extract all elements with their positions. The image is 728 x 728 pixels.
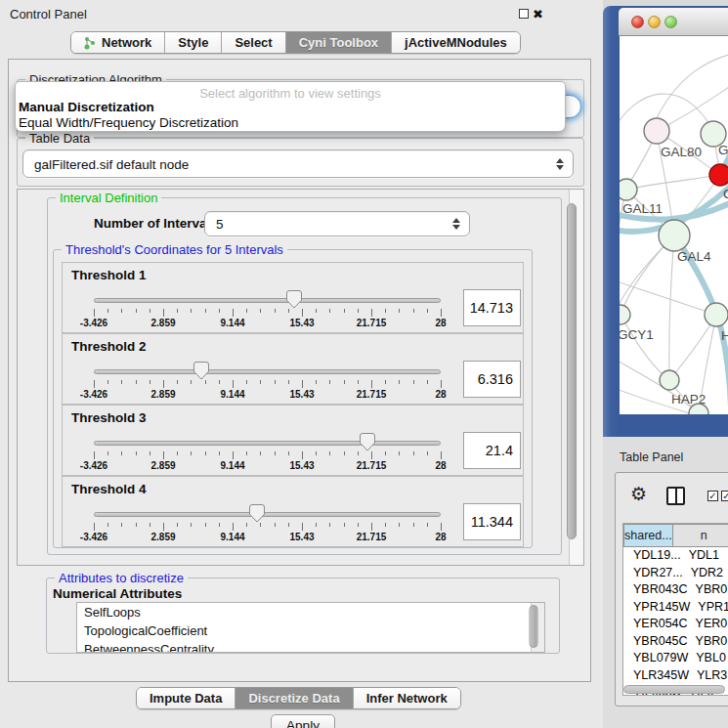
table-row[interactable]: YDR27...YDR2	[623, 565, 728, 582]
table-row[interactable]: YPR145WYPR1	[623, 599, 728, 617]
threshold-label: Threshold 2	[71, 339, 147, 354]
threshold-slider[interactable]: -3.4262.8599.14415.4321.71528	[94, 292, 441, 331]
tick-mark	[275, 380, 276, 384]
checkbox-icon[interactable]: ✓	[721, 491, 728, 501]
tick-label: 15.43	[289, 532, 314, 542]
threshold-value-field[interactable]: 14.713	[463, 289, 521, 326]
network-icon	[84, 36, 97, 50]
network-nodes: GAL80GAGAL11CGAL4GCY1HHAP2	[620, 118, 728, 414]
threshold-value-field[interactable]: 21.4	[463, 432, 521, 469]
tick-label: 28	[435, 318, 446, 328]
slider-track[interactable]	[94, 298, 441, 303]
tick-mark	[163, 451, 164, 459]
tab-network[interactable]: Network	[71, 32, 165, 53]
attribute-item[interactable]: BetweennessCentrality	[77, 640, 544, 653]
attribute-item[interactable]: TopologicalCoefficient	[77, 621, 544, 640]
table-row[interactable]: YBL079WYBL0	[623, 650, 728, 667]
network-node[interactable]	[644, 118, 669, 144]
gear-icon[interactable]: ⚙	[630, 485, 647, 503]
apply-button[interactable]: Apply	[271, 714, 335, 728]
table-cell: YLR345W	[623, 667, 689, 685]
network-node[interactable]	[660, 370, 679, 390]
tab-select[interactable]: Select	[222, 32, 285, 53]
algorithm-option[interactable]: Equal Width/Frequency Discretization	[19, 115, 238, 130]
node-label: GAL4	[677, 249, 711, 264]
column-header[interactable]: shared...	[623, 524, 673, 547]
tick-mark	[191, 451, 192, 455]
table-row[interactable]: YER054CYER0	[623, 616, 728, 633]
node-label: GAL80	[661, 145, 702, 159]
tab-infer-network[interactable]: Infer Network	[354, 688, 460, 708]
tab-impute-data[interactable]: Impute Data	[137, 688, 236, 708]
tick-mark	[385, 523, 386, 527]
vertical-scrollbar[interactable]	[569, 190, 583, 565]
number-of-intervals-value: 5	[216, 217, 224, 232]
threshold-slider[interactable]: -3.4262.8599.14415.4321.71528	[94, 506, 441, 545]
tick-mark	[275, 309, 276, 313]
threshold-value-field[interactable]: 6.316	[463, 361, 521, 398]
threshold-value-field[interactable]: 11.344	[463, 503, 521, 540]
slider-thumb[interactable]	[249, 504, 265, 523]
zoom-traffic-light-icon[interactable]	[664, 16, 677, 28]
table-row[interactable]: YBR045CYBR0	[623, 633, 728, 651]
slider-thumb[interactable]	[360, 433, 375, 451]
network-node[interactable]	[620, 305, 630, 324]
checkbox-icon[interactable]: ✓	[707, 491, 718, 501]
threshold-slider[interactable]: -3.4262.8599.14415.4321.71528	[94, 364, 441, 403]
tick-mark	[427, 523, 428, 527]
table-row[interactable]: YLR345WYLR3	[623, 667, 728, 685]
slider-track[interactable]	[94, 369, 441, 374]
column-header[interactable]: n	[673, 524, 728, 547]
tick-mark	[329, 380, 330, 384]
tick-label: 21.715	[357, 389, 387, 400]
slider-track[interactable]	[94, 441, 441, 446]
tick-mark	[107, 309, 108, 313]
network-view-window: GAL80GAGAL11CGAL4GCY1HHAP2	[603, 6, 728, 437]
tick-mark	[427, 380, 428, 384]
tick-label: 2.859	[150, 532, 175, 542]
table-cell: YDL19...	[623, 547, 681, 565]
slider-track[interactable]	[94, 512, 441, 517]
tab-style[interactable]: Style	[165, 32, 222, 53]
split-columns-icon[interactable]	[666, 487, 685, 505]
threshold-slider[interactable]: -3.4262.8599.14415.4321.71528	[94, 435, 441, 474]
tick-mark	[358, 523, 359, 527]
close-icon[interactable]: ✖	[533, 9, 543, 21]
list-scrollbar[interactable]	[531, 603, 544, 652]
number-of-intervals-combobox[interactable]: 5	[204, 211, 470, 236]
close-traffic-light-icon[interactable]	[631, 16, 644, 28]
tab-discretize-data[interactable]: Discretize Data	[236, 688, 353, 708]
horizontal-scrollbar[interactable]	[623, 685, 725, 694]
tick-label: -3.426	[80, 318, 107, 328]
node-table[interactable]: shared...n YDL19...YDL1YDR27...YDR2YBR04…	[622, 523, 728, 696]
float-window-icon[interactable]	[519, 9, 529, 19]
network-node[interactable]	[705, 303, 728, 326]
algorithm-option[interactable]: Manual Discretization	[19, 100, 154, 114]
tick-mark	[94, 309, 95, 317]
minimize-traffic-light-icon[interactable]	[648, 16, 661, 28]
attribute-item[interactable]: SelfLoops	[77, 603, 544, 621]
network-node[interactable]	[659, 220, 690, 251]
tab-jactivemnodules[interactable]: jActiveMNodules	[392, 32, 520, 53]
tick-mark	[399, 523, 400, 527]
network-node[interactable]	[620, 179, 637, 200]
tick-mark	[371, 309, 372, 317]
tick-label: 28	[435, 460, 446, 471]
network-node[interactable]	[709, 164, 728, 186]
table-row[interactable]: YDL19...YDL1	[623, 547, 728, 565]
tab-cyni-toolbox[interactable]: Cyni Toolbox	[286, 32, 392, 53]
tick-mark	[219, 380, 220, 384]
table-row[interactable]: YBR043CYBR0	[623, 581, 728, 599]
scrollbar-thumb[interactable]	[567, 203, 577, 539]
slider-thumb[interactable]	[286, 290, 302, 309]
list-scrollbar-thumb[interactable]	[530, 605, 538, 648]
table-data-combobox[interactable]: galFiltered.sif default node	[22, 150, 574, 178]
tick-label: 21.715	[357, 460, 387, 471]
network-canvas[interactable]: GAL80GAGAL11CGAL4GCY1HHAP2	[620, 36, 728, 414]
tick-mark	[441, 523, 442, 531]
tick-label: 21.715	[357, 318, 387, 328]
tick-mark	[288, 451, 289, 455]
tick-mark	[344, 309, 345, 313]
numerical-attributes-list[interactable]: SelfLoopsTopologicalCoefficientBetweenne…	[76, 602, 545, 653]
slider-thumb[interactable]	[193, 362, 209, 380]
